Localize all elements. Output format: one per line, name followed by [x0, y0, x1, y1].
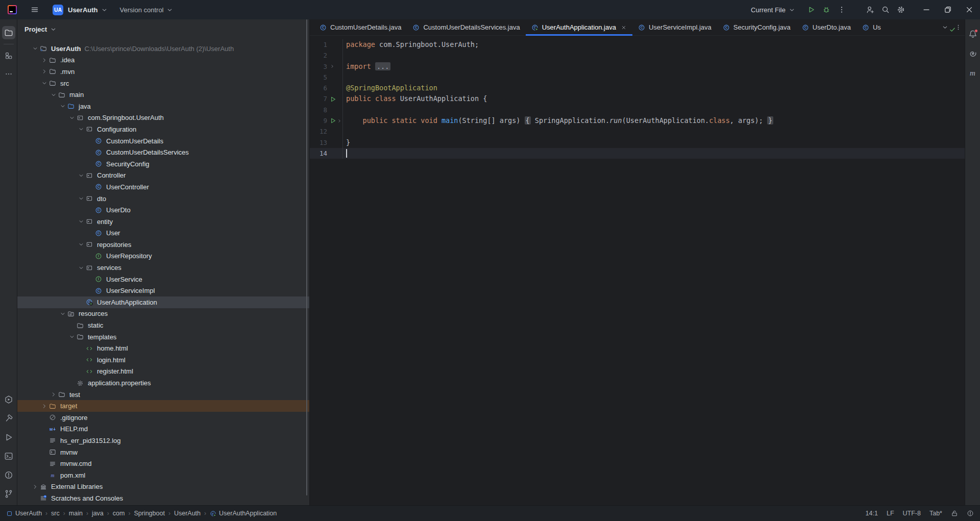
tree-chevron-icon[interactable] — [31, 484, 39, 490]
tree-item-HELP.md[interactable]: M HELP.md — [17, 424, 309, 435]
tree-item-entity[interactable]: entity — [17, 216, 309, 228]
tree-item-java[interactable]: java — [17, 101, 309, 112]
tree-item-login.html[interactable]: login.html — [17, 354, 309, 366]
tree-item-Controller[interactable]: Controller — [17, 170, 309, 182]
status-problems-circle[interactable] — [967, 510, 974, 517]
tool-git-branch-button[interactable] — [2, 487, 15, 501]
tool-notifications-bell-button[interactable] — [966, 28, 979, 41]
gutter[interactable] — [327, 93, 343, 104]
tool-problems-button[interactable] — [2, 468, 15, 482]
tool-ai-assistant-spiral-button[interactable] — [966, 47, 979, 60]
line-number[interactable]: 9 — [310, 115, 327, 126]
tree-item-CustomUserDetailsServices[interactable]: C CustomUserDetailsServices — [17, 146, 309, 158]
tree-item-test[interactable]: test — [17, 389, 309, 401]
tree-item-repositories[interactable]: repositories — [17, 239, 309, 251]
tree-item-SecurityConfig[interactable]: C SecurityConfig — [17, 158, 309, 170]
line-number[interactable]: 1 — [310, 39, 327, 50]
line-number[interactable]: 5 — [310, 72, 327, 83]
tree-chevron-icon[interactable] — [49, 92, 58, 98]
gutter[interactable] — [327, 83, 343, 93]
tab-CustomUserDetailsServices.java[interactable]: C CustomUserDetailsServices.java — [407, 19, 525, 35]
breadcrumb-main[interactable]: main — [69, 510, 83, 517]
tree-chevron-icon[interactable] — [77, 172, 85, 179]
line-number[interactable]: 14 — [310, 148, 327, 159]
tree-chevron-icon[interactable] — [40, 57, 48, 63]
tree-item-UserAuth[interactable]: UserAuth C:\Users\prince\Downloads\UserA… — [17, 43, 309, 55]
tree-item-services[interactable]: services — [17, 262, 309, 274]
breadcrumb-java[interactable]: java — [92, 510, 104, 517]
code-editor[interactable]: 1 package com.Springboot.UserAuth; 2 3 i… — [310, 36, 965, 505]
tree-item-dto[interactable]: dto — [17, 193, 309, 205]
minimize-button[interactable] — [916, 0, 937, 19]
tree-chevron-icon[interactable] — [40, 403, 48, 409]
close-tab-icon[interactable] — [621, 24, 627, 31]
code-text[interactable]: import ... — [343, 61, 390, 72]
restore-button[interactable] — [937, 0, 959, 19]
gutter[interactable] — [327, 105, 343, 115]
project-panel-header[interactable]: Project — [17, 21, 309, 37]
gutter[interactable] — [327, 115, 343, 126]
debug-button[interactable] — [819, 2, 834, 17]
line-number[interactable]: 7 — [310, 93, 327, 104]
code-text[interactable]: } — [343, 137, 350, 148]
tab-SecurityConfig.java[interactable]: C SecurityConfig.java — [717, 19, 796, 35]
main-menu-button[interactable] — [31, 6, 39, 14]
project-widget[interactable]: UserAuth — [68, 6, 108, 14]
gutter[interactable] — [327, 72, 343, 83]
tab-UserServiceImpl.java[interactable]: C UserServiceImpl.java — [632, 19, 717, 35]
status-widget-Tab*[interactable]: Tab* — [929, 510, 942, 517]
tree-item-hs_err_pid31512.log[interactable]: hs_err_pid31512.log — [17, 435, 309, 446]
tree-item-User[interactable]: C User — [17, 228, 309, 239]
tool-run-tool-button[interactable] — [2, 431, 15, 444]
tree-item-Scratches and Consoles[interactable]: Scratches and Consoles — [17, 492, 309, 504]
tree-item-resources[interactable]: resources — [17, 308, 309, 320]
tab-CustomUserDetails.java[interactable]: C CustomUserDetails.java — [314, 19, 407, 35]
tree-item-Configuration[interactable]: Configuration — [17, 123, 309, 135]
tree-item-src[interactable]: src — [17, 78, 309, 89]
gutter[interactable] — [327, 137, 343, 148]
tool-project-folder-button[interactable] — [2, 26, 15, 39]
breadcrumb-src[interactable]: src — [51, 510, 60, 517]
tree-item-home.html[interactable]: home.html — [17, 342, 309, 354]
tree-item-register.html[interactable]: register.html — [17, 366, 309, 378]
tree-item-.mvn[interactable]: .mvn — [17, 66, 309, 78]
line-number[interactable]: 13 — [310, 137, 327, 148]
tree-chevron-icon[interactable] — [58, 311, 67, 317]
tree-item-.idea[interactable]: .idea — [17, 55, 309, 66]
tree-chevron-icon[interactable] — [58, 103, 67, 109]
run-button[interactable] — [803, 2, 819, 17]
close-button[interactable] — [959, 0, 980, 19]
breadcrumb-Springboot[interactable]: Springboot — [134, 510, 164, 517]
tree-chevron-icon[interactable] — [67, 115, 76, 121]
tree-chevron-icon[interactable] — [31, 45, 39, 52]
tool-build-button[interactable] — [2, 412, 15, 425]
breadcrumb-UserAuthApplication[interactable]: C UserAuthApplication — [210, 510, 277, 517]
breadcrumb-com[interactable]: com — [113, 510, 125, 517]
tree-chevron-icon[interactable] — [77, 265, 85, 271]
tree-item-com.Springboot.UserAuth[interactable]: com.Springboot.UserAuth — [17, 112, 309, 124]
tool-maven-m-button[interactable]: m — [966, 66, 979, 80]
status-widget-LF[interactable]: LF — [887, 510, 894, 517]
tree-chevron-icon[interactable] — [77, 195, 85, 202]
line-number[interactable]: 6 — [310, 83, 327, 93]
tree-item-.gitignore[interactable]: .gitignore — [17, 412, 309, 424]
gutter[interactable] — [327, 50, 343, 61]
line-number[interactable]: 3 — [310, 61, 327, 72]
line-number[interactable]: 12 — [310, 126, 327, 137]
tree-chevron-icon[interactable] — [49, 391, 58, 398]
tree-item-UserController[interactable]: C UserController — [17, 181, 309, 193]
tree-item-mvnw[interactable]: mvnw — [17, 446, 309, 458]
tab-UserDto.java[interactable]: C UserDto.java — [796, 19, 856, 35]
tree-chevron-icon[interactable] — [40, 80, 48, 86]
tool-terminal-button[interactable] — [2, 450, 15, 463]
tree-item-UserDto[interactable]: C UserDto — [17, 204, 309, 216]
tree-item-application.properties[interactable]: application.properties — [17, 377, 309, 389]
breadcrumb-UserAuth[interactable]: UserAuth — [6, 510, 42, 517]
tool-structure-button[interactable] — [2, 49, 15, 62]
project-panel-scrollbar[interactable] — [306, 19, 307, 495]
tab-UserAuthApplication.java[interactable]: C UserAuthApplication.java — [526, 19, 632, 35]
breadcrumb-UserAuth[interactable]: UserAuth — [174, 510, 201, 517]
code-with-me-button[interactable] — [863, 2, 878, 17]
tool-more-horizontal-button[interactable] — [2, 67, 15, 81]
tree-chevron-icon[interactable] — [77, 218, 85, 225]
